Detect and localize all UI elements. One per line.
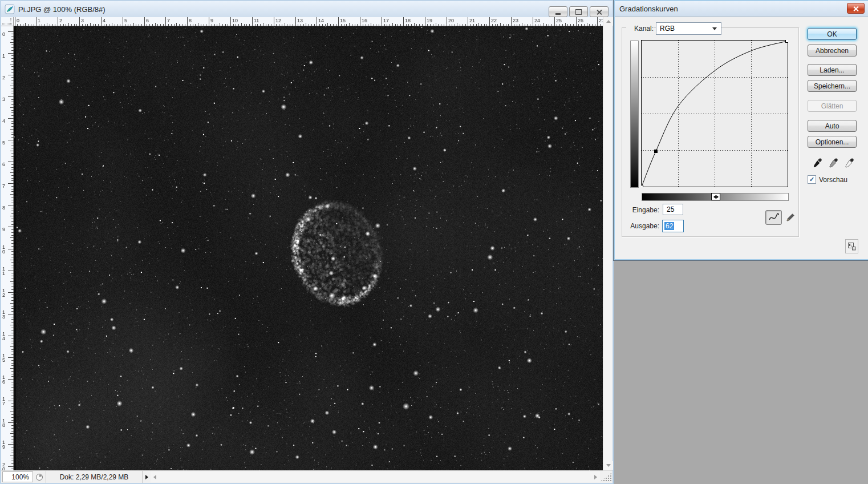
options-button[interactable]: Optionen... — [808, 136, 857, 148]
image-window: Pi.JPG @ 100% (RGB/8#) 100% Dok: — [0, 0, 614, 484]
clock-icon — [35, 473, 43, 481]
zoom-level-value: 100% — [11, 473, 29, 481]
image-window-title: Pi.JPG @ 100% (RGB/8#) — [18, 5, 106, 14]
dialog-close-button[interactable] — [847, 3, 865, 14]
eyedropper-tools — [811, 156, 858, 170]
horizontal-scroll-track[interactable] — [159, 471, 591, 482]
close-icon — [853, 6, 859, 11]
flyout-arrow-icon — [145, 475, 148, 479]
arrow-right-icon — [594, 475, 597, 479]
eyedropper-gray-icon — [828, 157, 839, 168]
scroll-left-button[interactable] — [151, 471, 159, 482]
close-icon — [597, 9, 602, 15]
vertical-ruler — [1, 26, 14, 470]
crosshair-icon — [1, 17, 14, 26]
pencil-tool-button[interactable] — [784, 210, 797, 225]
preview-checkbox[interactable]: ✓ — [808, 175, 816, 184]
minimize-icon — [555, 13, 561, 15]
window-resize-grip[interactable] — [600, 472, 613, 482]
output-value-selected-text: 62 — [664, 222, 674, 230]
status-flyout-button[interactable] — [143, 471, 151, 483]
black-point-eyedropper-button[interactable] — [811, 156, 824, 170]
image-window-titlebar[interactable]: Pi.JPG @ 100% (RGB/8#) — [1, 1, 613, 18]
arrow-left-icon — [153, 475, 156, 479]
ok-button[interactable]: OK — [808, 28, 857, 40]
dialog-titlebar[interactable]: Gradationskurven — [615, 1, 868, 17]
scroll-down-button[interactable] — [603, 461, 613, 470]
eyedropper-white-icon — [844, 157, 855, 168]
gradient-flip-control[interactable] — [711, 193, 720, 200]
cancel-button[interactable]: Abbrechen — [808, 45, 857, 57]
photoshop-file-icon — [5, 4, 15, 14]
horizontal-scrollbar[interactable] — [151, 471, 600, 482]
channel-label: Kanal: — [626, 25, 654, 33]
scroll-up-button[interactable] — [603, 17, 613, 26]
input-label: Eingabe: — [627, 206, 659, 214]
output-value-field[interactable]: 62 — [662, 220, 684, 232]
arrow-right-icon — [716, 195, 719, 199]
input-gradient-bar — [642, 193, 789, 201]
document-size-text: Dok: 2,29 MB/2,29 MB — [60, 473, 129, 481]
load-button[interactable]: Laden... — [808, 64, 857, 76]
check-icon: ✓ — [809, 176, 814, 183]
save-button[interactable]: Speichern... — [808, 80, 857, 92]
pencil-icon — [785, 212, 796, 223]
ruler-origin-corner[interactable] — [1, 17, 14, 26]
channel-dropdown[interactable]: RGB — [656, 22, 721, 35]
preview-label: Vorschau — [819, 176, 847, 184]
input-value-field[interactable] — [663, 204, 683, 215]
image-canvas-crescent-nebula[interactable] — [14, 26, 603, 470]
white-point-eyedropper-button[interactable] — [843, 156, 855, 170]
status-bar: 100% Dok: 2,29 MB/2,29 MB — [1, 470, 613, 483]
chevron-down-icon — [712, 27, 717, 30]
minimize-button[interactable] — [549, 6, 567, 17]
auto-button[interactable]: Auto — [808, 120, 857, 132]
output-gradient-bar — [630, 41, 639, 188]
maximize-button[interactable] — [569, 6, 588, 17]
vertical-scrollbar[interactable] — [603, 17, 613, 470]
curve-tool-icon — [768, 213, 780, 222]
curve-grid[interactable] — [641, 40, 788, 187]
preview-option[interactable]: ✓ Vorschau — [808, 175, 847, 184]
scroll-right-button[interactable] — [591, 471, 600, 482]
close-window-button[interactable] — [590, 6, 609, 17]
dialog-size-toggle-button[interactable] — [845, 239, 858, 253]
arrow-up-icon — [606, 20, 611, 23]
gray-point-eyedropper-button[interactable] — [827, 156, 839, 170]
resize-icon — [847, 241, 857, 251]
eyedropper-black-icon — [812, 157, 823, 168]
arrow-left-icon — [713, 195, 716, 199]
channel-value: RGB — [660, 25, 675, 33]
dialog-title: Gradationskurven — [619, 5, 678, 13]
application-root: Pi.JPG @ 100% (RGB/8#) 100% Dok: — [0, 0, 868, 484]
output-label: Ausgabe: — [627, 222, 659, 230]
version-cue-cell — [33, 471, 46, 483]
smooth-button: Glätten — [808, 100, 857, 112]
curves-dialog: Gradationskurven Kanal: RGB Eingabe: Aus… — [614, 0, 868, 260]
maximize-icon — [575, 9, 582, 15]
curve-tool-button[interactable] — [765, 210, 782, 225]
horizontal-ruler — [14, 17, 603, 26]
zoom-level-field[interactable]: 100% — [2, 471, 33, 482]
arrow-down-icon — [606, 464, 611, 467]
document-size-info: Dok: 2,29 MB/2,29 MB — [46, 471, 143, 483]
